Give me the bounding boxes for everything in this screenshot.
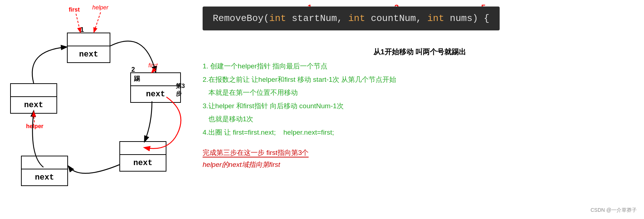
label-2-node4: 2 bbox=[131, 66, 135, 73]
code-int3: int bbox=[427, 13, 444, 24]
node1-label: next bbox=[68, 46, 110, 62]
watermark: CSDN @一介草莽子 bbox=[590, 207, 637, 214]
code-int2: int bbox=[348, 13, 365, 24]
node1-top-cell bbox=[68, 33, 110, 46]
svg-line-1 bbox=[94, 12, 101, 32]
code-nums: nums) { bbox=[444, 13, 490, 24]
node3-top-cell bbox=[22, 156, 67, 169]
node4-top-cell: 踢 bbox=[131, 73, 180, 86]
node4-label: next bbox=[131, 86, 180, 102]
desc-item-3: 3.让helper 和first指针 向后移动 countNum-1次 bbox=[203, 101, 637, 111]
right-panel: 1 2 5 RemoveBoy(int startNum, int countN… bbox=[203, 0, 644, 219]
desc-item-5-text: 完成第三步在这一步 first指向第3个 bbox=[203, 149, 309, 157]
node4: 踢 next bbox=[130, 72, 181, 103]
desc-spacer bbox=[203, 140, 637, 145]
desc-item-3b: 也就是移动1次 bbox=[203, 114, 637, 125]
label-first-top: first bbox=[69, 7, 80, 13]
code-startnum: startNum, bbox=[286, 13, 348, 24]
desc-item-4: 4.出圈 让 first=first.next; helper.next=fir… bbox=[203, 127, 637, 138]
code-remove: RemoveBoy( bbox=[213, 13, 269, 24]
node5: next bbox=[119, 141, 166, 172]
kick-label: 踢 bbox=[134, 75, 140, 83]
desc-item-2: 2.在报数之前让 让helper和first 移动 start-1次 从第几个节… bbox=[203, 75, 637, 85]
svg-line-2 bbox=[34, 112, 34, 122]
description-area: 从1开始移动 叫两个号就踢出 1. 创建一个helper指针 指向最后一个节点 … bbox=[203, 47, 637, 173]
desc-list: 1. 创建一个helper指针 指向最后一个节点 2.在报数之前让 让helpe… bbox=[203, 61, 637, 170]
node2-top-cell bbox=[11, 84, 56, 97]
desc-item-1: 1. 创建一个helper指针 指向最后一个节点 bbox=[203, 61, 637, 72]
node5-top-cell bbox=[120, 142, 166, 155]
code-int1: int bbox=[269, 13, 286, 24]
desc-item-6: helper的next域指向第first bbox=[203, 160, 637, 170]
label-first-center: first bbox=[148, 62, 158, 69]
node5-label: next bbox=[120, 155, 166, 171]
node2: next bbox=[10, 83, 57, 114]
code-countnum: countNum, bbox=[365, 13, 427, 24]
desc-item-2b: 本就是在第一个位置不用移动 bbox=[203, 88, 637, 98]
diagram-area: next next next 踢 next next first helper … bbox=[0, 0, 203, 219]
label-1-node1: 1 bbox=[80, 26, 84, 34]
node2-label: next bbox=[11, 97, 56, 113]
label-helper-left: helper bbox=[26, 123, 43, 130]
desc-item-5: 完成第三步在这一步 first指向第3个 bbox=[203, 148, 637, 158]
label-helper-top: helper bbox=[92, 4, 108, 11]
desc-item-6-text: helper的next域指向第first bbox=[203, 161, 280, 168]
node3: next bbox=[21, 156, 68, 186]
desc-title: 从1开始移动 叫两个号就踢出 bbox=[203, 47, 637, 57]
node3-label: next bbox=[22, 169, 67, 185]
label-step3: 第3步 bbox=[176, 83, 185, 98]
svg-line-0 bbox=[76, 14, 80, 32]
code-block: RemoveBoy(int startNum, int countNum, in… bbox=[203, 7, 500, 30]
node1: next bbox=[67, 33, 110, 63]
